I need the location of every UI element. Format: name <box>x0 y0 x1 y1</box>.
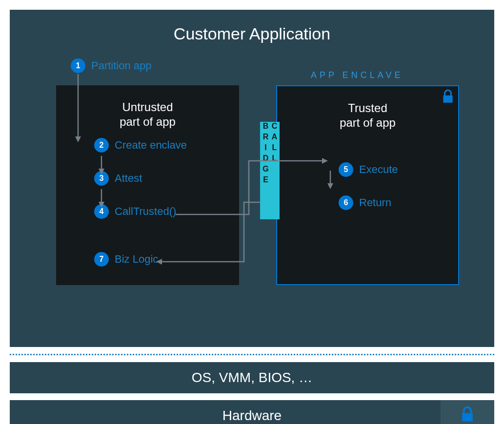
svg-rect-0 <box>443 96 452 103</box>
step-badge-1: 1 <box>71 58 85 73</box>
os-bar: OS, VMM, BIOS, … <box>10 362 494 393</box>
arrow-bridge-7 <box>156 202 268 266</box>
arrow-1-2 <box>78 74 79 142</box>
svg-marker-7 <box>322 158 328 164</box>
customer-application-panel: Customer Application 1 Partition app Unt… <box>10 10 494 347</box>
step-return: 6 Return <box>339 195 444 210</box>
arrow-2-3 <box>101 156 102 174</box>
untrusted-title: Untrusted part of app <box>71 100 224 129</box>
panel-title: Customer Application <box>30 24 474 43</box>
hardware-bar: Hardware <box>10 400 494 424</box>
lock-icon <box>442 89 454 106</box>
step-partition: 1 Partition app <box>71 58 152 73</box>
trusted-title: Trusted part of app <box>292 101 444 130</box>
step-execute: 5 Execute <box>339 162 444 177</box>
app-enclave-label: APP ENCLAVE <box>311 70 403 80</box>
lock-icon <box>460 406 475 424</box>
svg-marker-10 <box>156 259 162 265</box>
arrow-5-6 <box>330 171 331 189</box>
step-label-partition: Partition app <box>91 59 152 72</box>
hardware-lock-box <box>441 400 494 424</box>
arrow-3-4 <box>101 189 102 208</box>
svg-rect-11 <box>462 413 473 421</box>
step-create-enclave: 2 Create enclave <box>94 138 224 153</box>
dotted-divider <box>10 354 494 355</box>
